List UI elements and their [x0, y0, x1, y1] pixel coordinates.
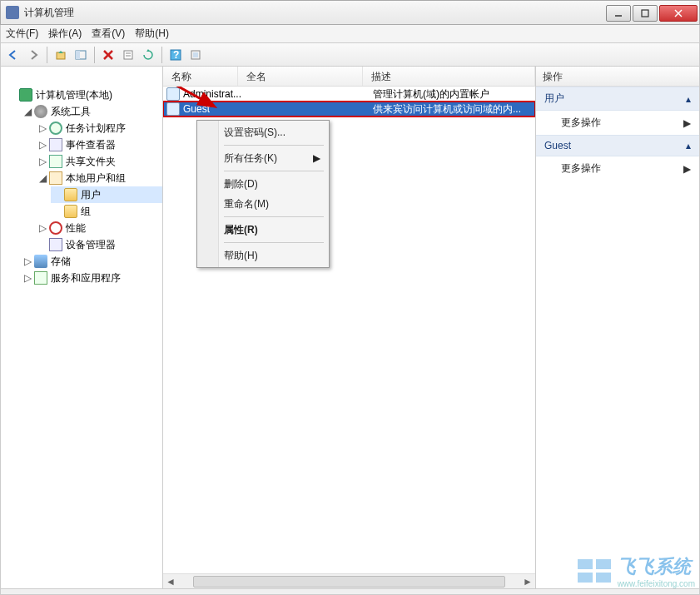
show-hide-tree-button[interactable]: [72, 46, 90, 64]
maximize-button[interactable]: [633, 5, 658, 22]
svg-rect-4: [57, 52, 65, 59]
ctx-all-tasks[interactable]: 所有任务(K)▶: [199, 148, 327, 168]
svg-text:?: ?: [173, 49, 179, 61]
svg-rect-9: [124, 51, 132, 59]
actions-more-users[interactable]: 更多操作 ▶: [536, 111, 699, 135]
tree-event-viewer[interactable]: ▷事件查看器: [36, 136, 162, 153]
menu-file[interactable]: 文件(F): [6, 27, 38, 41]
tree-groups[interactable]: ▷组: [51, 203, 162, 220]
scroll-right-icon[interactable]: ►: [520, 574, 535, 589]
submenu-arrow-icon: ▶: [683, 117, 691, 129]
ctx-help[interactable]: 帮助(H): [199, 245, 327, 265]
actions-more-guest[interactable]: 更多操作 ▶: [536, 156, 699, 181]
svg-rect-1: [642, 10, 648, 17]
toolbar: ?: [0, 43, 700, 67]
actions-group-guest[interactable]: Guest ▴: [536, 135, 699, 156]
menu-action[interactable]: 操作(A): [48, 27, 82, 41]
horizontal-scrollbar[interactable]: ◄ ►: [163, 573, 535, 588]
submenu-arrow-icon: ▶: [313, 152, 320, 164]
tree-root[interactable]: ▶ 计算机管理(本地): [6, 87, 162, 103]
tree-users[interactable]: ▷用户: [51, 186, 162, 203]
menubar: 文件(F) 操作(A) 查看(V) 帮助(H): [0, 25, 700, 43]
help-icon[interactable]: ?: [166, 46, 185, 64]
actions-group-users[interactable]: 用户 ▴: [536, 87, 699, 111]
list-header: 名称 全名 描述: [163, 67, 535, 87]
context-menu: 设置密码(S)... 所有任务(K)▶ 删除(D) 重命名(M) 属性(R) 帮…: [196, 120, 330, 268]
menu-help[interactable]: 帮助(H): [135, 27, 169, 41]
back-button[interactable]: [4, 46, 22, 64]
minimize-button[interactable]: [606, 5, 631, 22]
ctx-rename[interactable]: 重命名(M): [199, 194, 327, 214]
collapse-icon: ▴: [686, 93, 691, 105]
tree-performance[interactable]: ▷性能: [36, 220, 162, 236]
tree-task-scheduler[interactable]: ▷任务计划程序: [36, 120, 162, 136]
tree-local-users-groups[interactable]: ◢本地用户和组: [36, 170, 162, 186]
tree-device-manager[interactable]: ▷设备管理器: [36, 236, 162, 253]
col-desc[interactable]: 描述: [363, 67, 535, 86]
close-button[interactable]: [659, 5, 698, 22]
properties-icon[interactable]: [119, 46, 137, 64]
tree-system-tools[interactable]: ◢ 系统工具: [21, 103, 162, 120]
delete-icon[interactable]: [99, 46, 117, 64]
forward-button[interactable]: [24, 46, 42, 64]
list-pane: 名称 全名 描述 Administrat... 管理计算机(域)的内置帐户 Gu…: [163, 67, 536, 588]
app-icon: [6, 6, 19, 19]
collapse-icon: ▴: [686, 140, 691, 151]
submenu-arrow-icon: ▶: [683, 163, 691, 175]
tree-pane: ▶ 计算机管理(本地) ◢ 系统工具 ▷任务计划程序 ▷事件查看器 ▷共享文件夹: [1, 67, 163, 588]
tree-shared-folders[interactable]: ▷共享文件夹: [36, 153, 162, 170]
scroll-thumb[interactable]: [193, 576, 505, 588]
watermark-logo-icon: [578, 559, 613, 584]
svg-rect-6: [76, 51, 80, 59]
titlebar: 计算机管理: [0, 0, 700, 25]
svg-line-16: [174, 87, 213, 106]
scroll-left-icon[interactable]: ◄: [163, 574, 178, 589]
tree-storage[interactable]: ▷存储: [21, 253, 162, 270]
actions-pane: 操作 用户 ▴ 更多操作 ▶ Guest ▴ 更多操作 ▶: [536, 67, 699, 588]
annotation-arrow-icon: [167, 87, 226, 124]
watermark: 飞飞系统 www.feifeixitong.com: [578, 554, 695, 588]
svg-rect-15: [193, 52, 198, 57]
refresh-icon[interactable]: [139, 46, 157, 64]
actions-header: 操作: [536, 67, 699, 87]
col-name[interactable]: 名称: [163, 67, 238, 86]
export-icon[interactable]: [186, 46, 205, 64]
ctx-properties[interactable]: 属性(R): [199, 220, 327, 240]
menu-view[interactable]: 查看(V): [92, 27, 125, 41]
statusbar: [0, 588, 700, 595]
window-title: 计算机管理: [24, 6, 74, 20]
col-fullname[interactable]: 全名: [238, 67, 363, 86]
up-button[interactable]: [52, 46, 70, 64]
ctx-set-password[interactable]: 设置密码(S)...: [199, 122, 327, 142]
tree-services-apps[interactable]: ▷服务和应用程序: [21, 270, 162, 286]
ctx-delete[interactable]: 删除(D): [199, 174, 327, 194]
